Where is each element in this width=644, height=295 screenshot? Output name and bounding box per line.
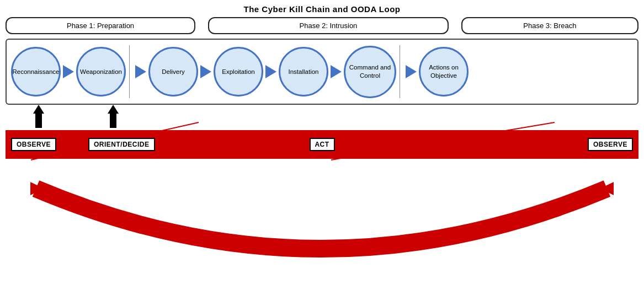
ooda-observe-left-label: OBSERVE	[11, 138, 56, 151]
ooda-act-label: ACT	[309, 138, 334, 151]
node-reconnaissance: Reconnaissance	[11, 47, 61, 96]
ooda-bar: OBSERVE ORIENT/DECIDE ACT OBSERVE	[6, 130, 638, 159]
ooda-observe-right-label: OBSERVE	[588, 138, 633, 151]
node-delivery: Delivery	[148, 47, 198, 96]
node-actions-objective: Actions on Objective	[419, 47, 469, 96]
node-command-control: Command and Control	[344, 46, 396, 98]
kc-breach-section: Actions on Objective	[400, 45, 469, 98]
arrow-2	[133, 66, 148, 77]
kill-chain-container: Reconnaissance Weaponization Delivery Ex…	[6, 39, 638, 105]
arrow-5	[328, 66, 344, 77]
phase1-label: Phase 1: Preparation	[67, 22, 134, 30]
arrow-shaft-2	[110, 114, 116, 128]
arrowhead-1	[33, 105, 44, 114]
arrowhead-2	[108, 105, 119, 114]
node-installation: Installation	[279, 47, 328, 96]
svg-marker-2	[30, 182, 44, 195]
node-exploitation: Exploitation	[214, 47, 263, 96]
arrow-4	[263, 66, 279, 77]
arrow-1	[61, 66, 76, 77]
arrow-shaft-1	[35, 114, 42, 128]
up-arrow-observe	[33, 105, 44, 128]
arrow-3	[198, 66, 214, 77]
page-title: The Cyber Kill Chain and OODA Loop	[0, 0, 644, 17]
phase2-box: Phase 2: Intrusion	[208, 17, 449, 34]
svg-marker-3	[600, 182, 614, 195]
phase3-label: Phase 3: Breach	[523, 22, 576, 30]
phase2-label: Phase 2: Intrusion	[300, 22, 358, 30]
phase3-box: Phase 3: Breach	[461, 17, 638, 34]
node-weaponization: Weaponization	[76, 47, 126, 96]
up-arrows-container	[6, 105, 638, 128]
arrow-6	[403, 66, 419, 77]
main-container: The Cyber Kill Chain and OODA Loop Phase…	[0, 0, 644, 295]
phase1-box: Phase 1: Preparation	[6, 17, 195, 34]
kc-intrusion-section: Delivery Exploitation Installation Comma…	[130, 45, 400, 98]
phases-row: Phase 1: Preparation Phase 2: Intrusion …	[0, 17, 644, 34]
kc-prep-section: Reconnaissance Weaponization	[11, 45, 130, 98]
up-arrow-orient	[108, 105, 119, 128]
ooda-orient-decide-label: ORIENT/DECIDE	[88, 138, 155, 151]
